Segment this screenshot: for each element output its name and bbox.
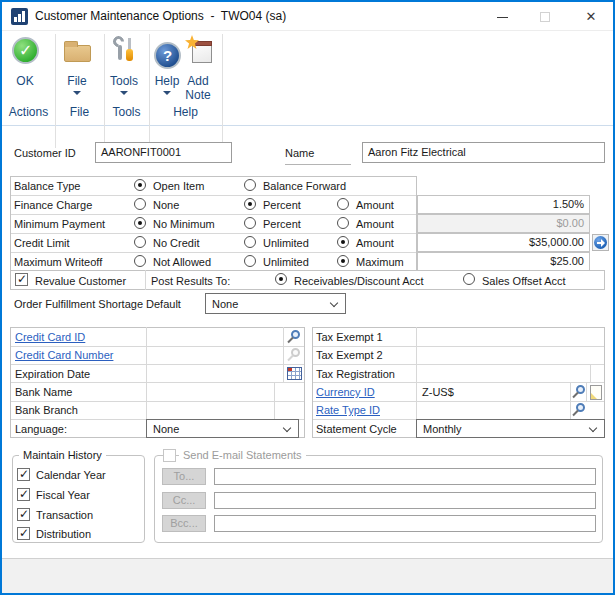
rate-type-id-link[interactable]: Rate Type ID [316,404,380,416]
credit-amount-label[interactable]: Amount [356,237,394,249]
add-note-button-line2[interactable]: Note [178,88,218,102]
credit-card-id-link[interactable]: Credit Card ID [15,331,85,343]
title-bar: Customer Maintenance Options - TWO04 (sa… [2,2,613,31]
ok-button[interactable]: OK [5,74,45,88]
minimum-amount-label[interactable]: Amount [356,218,394,230]
minimum-payment-label: Minimum Payment [14,218,105,230]
currency-id-lookup-icon[interactable] [572,385,586,399]
no-minimum-label[interactable]: No Minimum [153,218,215,230]
close-icon[interactable]: ✕ [583,9,599,25]
ribbon-group-label-help: Help [149,105,222,119]
tools-button[interactable]: Tools [102,74,146,88]
currency-id-link[interactable]: Currency ID [316,386,375,398]
credit-card-number-link[interactable]: Credit Card Number [15,349,113,361]
finance-charge-value-field[interactable]: 1.50% [417,195,590,214]
credit-limit-expansion-icon[interactable] [592,234,609,251]
fiscal-year-label[interactable]: Fiscal Year [36,489,90,501]
minimize-button[interactable] [497,17,508,18]
ribbon-divider [55,34,56,148]
credit-limit-value-field[interactable]: $35,000.00 [417,233,590,252]
currency-note-icon[interactable] [590,385,602,400]
radio-receivables-discount-acct[interactable] [275,273,287,285]
radio-credit-amount[interactable] [337,236,349,248]
radio-finance-none[interactable] [134,198,146,210]
calendar-year-label[interactable]: Calendar Year [36,469,106,481]
ribbon-divider [149,34,150,148]
minimum-percent-label[interactable]: Percent [263,218,301,230]
finance-none-label[interactable]: None [153,199,179,211]
distribution-label[interactable]: Distribution [36,528,91,540]
chevron-down-icon [330,299,338,307]
tools-wrench-icon[interactable] [110,36,138,65]
finance-amount-label[interactable]: Amount [356,199,394,211]
radio-no-minimum[interactable] [134,217,146,229]
fiscal-year-checkbox[interactable] [17,488,30,501]
sales-offset-acct-label[interactable]: Sales Offset Acct [482,275,566,287]
revalue-customer-checkbox[interactable] [15,273,28,286]
calendar-icon[interactable] [287,367,302,380]
radio-finance-amount[interactable] [337,198,349,210]
order-fulfillment-value: None [212,294,238,314]
radio-balance-forward[interactable] [244,179,256,191]
receivables-discount-acct-label[interactable]: Receivables/Discount Acct [294,275,424,287]
radio-minimum-percent[interactable] [244,217,256,229]
ok-check-icon[interactable] [12,37,39,64]
open-item-label[interactable]: Open Item [153,180,204,192]
revalue-customer-label[interactable]: Revalue Customer [35,275,126,287]
transaction-label[interactable]: Transaction [36,509,93,521]
calendar-year-checkbox[interactable] [17,468,30,481]
credit-unlimited-label[interactable]: Unlimited [263,237,309,249]
ribbon-group-label-file: File [55,105,104,119]
grid-row-divider [11,214,416,215]
customer-id-label: Customer ID [14,147,76,159]
file-dropdown-arrow-icon[interactable] [73,91,81,95]
bank-branch-label: Bank Branch [15,404,78,416]
distribution-checkbox[interactable] [17,527,30,540]
file-button[interactable]: File [57,74,97,88]
file-folder-icon[interactable] [64,45,91,62]
writeoff-maximum-label[interactable]: Maximum [356,256,404,268]
not-allowed-label[interactable]: Not Allowed [153,256,211,268]
post-results-to-label: Post Results To: [151,275,230,287]
no-credit-label[interactable]: No Credit [153,237,199,249]
send-email-statements-title: Send E-mail Statements [179,449,306,461]
radio-credit-unlimited[interactable] [244,236,256,248]
statement-cycle-value: Monthly [423,420,462,439]
writeoff-unlimited-label[interactable]: Unlimited [263,256,309,268]
credit-card-id-lookup-icon[interactable] [287,330,301,344]
transaction-checkbox[interactable] [17,508,30,521]
balance-forward-label[interactable]: Balance Forward [263,180,346,192]
finance-percent-label[interactable]: Percent [263,199,301,211]
help-question-icon[interactable]: ? [154,42,181,69]
grid-row-divider [11,195,416,196]
icon-column-divider [274,382,275,419]
name-label: Name [285,147,314,159]
radio-writeoff-maximum[interactable] [337,255,349,267]
radio-no-credit[interactable] [134,236,146,248]
tools-dropdown-arrow-icon[interactable] [120,91,128,95]
help-dropdown-arrow-icon[interactable] [163,91,171,95]
order-fulfillment-dropdown[interactable]: None [205,293,346,314]
add-note-button[interactable]: Add [178,74,218,88]
finance-charge-label: Finance Charge [14,199,92,211]
radio-not-allowed[interactable] [134,255,146,267]
balance-type-label: Balance Type [14,180,80,192]
radio-open-item[interactable] [134,179,146,191]
maximum-writeoff-value-field[interactable]: $25.00 [417,252,590,271]
radio-minimum-amount[interactable] [337,217,349,229]
cc-field [214,492,596,509]
rate-type-id-lookup-icon[interactable] [572,403,586,417]
chevron-down-icon [283,424,291,432]
ribbon-group-label-actions: Actions [2,105,55,119]
currency-id-field[interactable]: Z-US$ [422,386,454,398]
row-divider [11,401,304,402]
customer-id-field[interactable]: AARONFIT0001 [95,142,232,163]
statement-cycle-dropdown[interactable]: Monthly [416,419,605,438]
radio-finance-percent[interactable] [244,198,256,210]
maximum-writeoff-label: Maximum Writeoff [14,256,102,268]
cc-button: Cc... [162,492,206,509]
language-dropdown[interactable]: None [146,419,299,438]
add-note-icon[interactable] [185,36,215,66]
radio-writeoff-unlimited[interactable] [244,255,256,267]
radio-sales-offset-acct[interactable] [463,273,475,285]
